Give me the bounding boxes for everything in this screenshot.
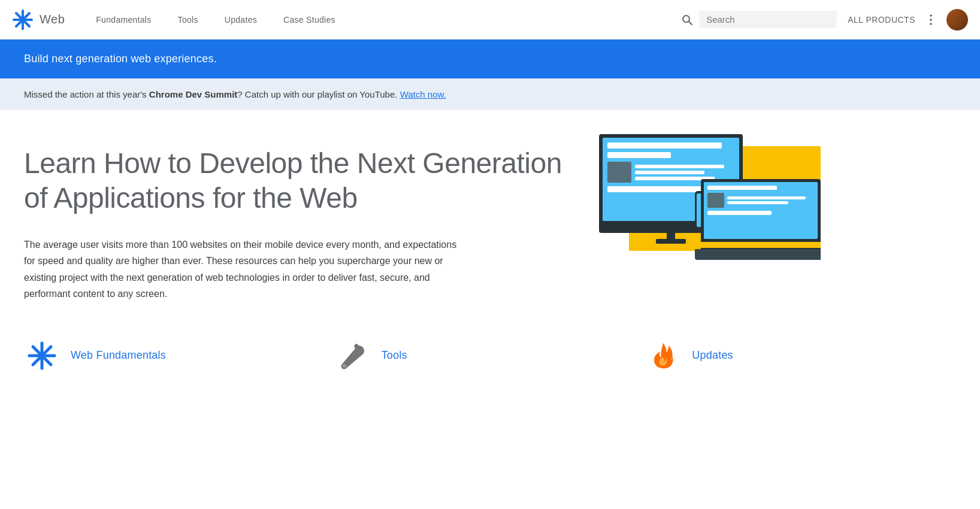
updates-icon <box>645 338 681 374</box>
search-icon-button[interactable] <box>675 8 699 32</box>
logo-text: Web <box>40 13 65 26</box>
search-icon <box>681 14 693 26</box>
announcement-text-before: Missed the action at this year's <box>24 89 149 99</box>
main-body-text: The average user visits more than 100 we… <box>24 237 467 302</box>
nav-item-case-studies[interactable]: Case Studies <box>270 0 349 40</box>
svg-point-7 <box>930 19 932 21</box>
main-nav: Fundamentals Tools Updates Case Studies <box>83 0 675 40</box>
dots-vertical-icon <box>924 13 938 27</box>
nav-item-tools[interactable]: Tools <box>165 0 211 40</box>
more-options-button[interactable] <box>924 13 938 27</box>
all-products-button[interactable]: ALL PRODUCTS <box>848 15 915 25</box>
tools-icon <box>335 338 371 374</box>
hero-banner: Build next generation web experiences. <box>0 40 980 78</box>
devices-illustration <box>599 134 821 260</box>
search-area <box>675 8 837 32</box>
content-illustration <box>599 134 821 260</box>
content-left: Learn How to Develop the Next Generation… <box>24 146 575 302</box>
svg-line-5 <box>689 22 692 25</box>
nav-item-fundamentals[interactable]: Fundamentals <box>83 0 164 40</box>
search-box <box>699 11 837 28</box>
nav-item-updates[interactable]: Updates <box>211 0 270 40</box>
avatar[interactable] <box>946 9 968 31</box>
logo[interactable]: Web <box>12 9 65 31</box>
main-heading: Learn How to Develop the Next Generation… <box>24 146 575 215</box>
web-fundamentals-icon <box>24 338 60 374</box>
tools-label: Tools <box>382 349 407 362</box>
announcement-bar: Missed the action at this year's Chrome … <box>0 78 980 110</box>
svg-point-13 <box>343 364 346 368</box>
category-card-updates[interactable]: Updates <box>645 332 956 380</box>
category-card-web-fundamentals[interactable]: Web Fundamentals <box>24 332 335 380</box>
category-card-tools[interactable]: Tools <box>335 332 646 380</box>
logo-icon <box>12 9 34 31</box>
web-fundamentals-label: Web Fundamentals <box>71 349 166 362</box>
avatar-image <box>946 9 968 31</box>
illus-laptop <box>701 179 821 260</box>
announcement-text: Missed the action at this year's Chrome … <box>24 89 446 99</box>
category-section: Web Fundamentals Tools Updates <box>0 314 980 386</box>
updates-label: Updates <box>692 349 733 362</box>
announcement-highlight: Chrome Dev Summit <box>149 89 238 99</box>
announcement-link[interactable]: Watch now. <box>400 89 446 99</box>
svg-point-8 <box>930 23 932 25</box>
svg-point-6 <box>930 14 932 17</box>
site-header: Web Fundamentals Tools Updates Case Stud… <box>0 0 980 40</box>
search-input[interactable] <box>706 14 830 25</box>
hero-banner-text: Build next generation web experiences. <box>24 53 217 65</box>
announcement-text-after: ? Catch up with our playlist on YouTube. <box>237 89 400 99</box>
main-content: Learn How to Develop the Next Generation… <box>0 110 958 314</box>
